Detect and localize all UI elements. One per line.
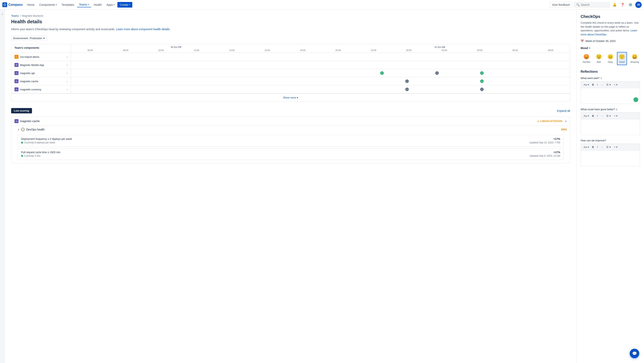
font-button[interactable]: Aa ▾ bbox=[582, 145, 590, 149]
list-button[interactable]: ☰ ▾ bbox=[605, 145, 612, 149]
bold-button[interactable]: B bbox=[591, 82, 595, 87]
create-button[interactable]: Create ▾ bbox=[118, 2, 132, 8]
status-dot-minus: − bbox=[405, 88, 409, 91]
app-layout: › Teams / Magnetic Backend Health detail… bbox=[0, 10, 644, 363]
logo[interactable]: Compass bbox=[2, 2, 23, 7]
table-row: m magnetic-api › ✓ − ✓ bbox=[11, 69, 570, 77]
avatar[interactable]: JD bbox=[635, 2, 642, 8]
bad-label: Bad bbox=[597, 61, 601, 63]
nav-teams[interactable]: Teams ▾ bbox=[77, 2, 91, 7]
editor-toolbar: Aa ▾ B I ··· ☰ ▾ + ▾ bbox=[581, 112, 640, 119]
component-row-mobile[interactable]: M Magnetic Mobile App › bbox=[11, 61, 71, 69]
show-more-button[interactable]: Show more ▾ bbox=[11, 94, 570, 102]
mood-amazing[interactable]: 😄 Amazing bbox=[628, 52, 641, 65]
search-input[interactable] bbox=[581, 3, 608, 6]
collapse-button[interactable]: ∨ bbox=[18, 128, 20, 131]
amazing-emoji: 😄 bbox=[632, 54, 638, 60]
status-dot-green bbox=[21, 155, 23, 157]
breadcrumb-teams[interactable]: Teams bbox=[11, 14, 19, 17]
expand-icon: › bbox=[67, 80, 68, 83]
editor-toolbar: Aa ▾ B I ··· ☰ ▾ + ▾ bbox=[581, 81, 640, 88]
chat-button[interactable]: 💬 bbox=[630, 349, 639, 358]
date-label-left: 30 Oct PM bbox=[171, 46, 181, 48]
mood-horrible[interactable]: 😡 Horrible bbox=[581, 52, 592, 65]
list-button[interactable]: ☰ ▾ bbox=[605, 82, 612, 87]
nav-components[interactable]: Components ▾ bbox=[37, 2, 58, 7]
font-button[interactable]: Aa ▾ bbox=[582, 82, 590, 87]
nav-health[interactable]: Health bbox=[92, 2, 104, 7]
timeline-header: Team's components 30 Oct PM 31 Oct AM 06… bbox=[11, 44, 570, 53]
more-button[interactable]: ··· bbox=[600, 145, 604, 149]
notifications-button[interactable]: 🔔 bbox=[612, 2, 618, 8]
reflection-went-well: What went well? ℹ Aa ▾ B I ··· ☰ ▾ + ▾ bbox=[581, 77, 640, 104]
health-section: ∨ ⚡ DevOps health 84% Deployment frequen… bbox=[11, 126, 570, 160]
component-row-currency[interactable]: m magnetic-currency › bbox=[11, 86, 71, 93]
bold-button[interactable]: B bbox=[591, 145, 595, 149]
add-button[interactable]: + ▾ bbox=[613, 145, 619, 149]
needs-attention-badge: ⚠ 1 NEEDS ATTENTION bbox=[537, 120, 562, 122]
search-box[interactable]: 🔍 bbox=[574, 2, 610, 7]
component-chart: − ✓ bbox=[71, 77, 570, 85]
health-score: 84% bbox=[561, 128, 567, 131]
mood-good[interactable]: 🙂 Good bbox=[617, 52, 627, 65]
sidebar-toggle[interactable]: › bbox=[0, 10, 5, 363]
font-button[interactable]: Aa ▾ bbox=[582, 114, 590, 118]
nav-templates[interactable]: Templates bbox=[60, 2, 76, 7]
component-card: m magnetic-cache ⚠ 1 NEEDS ATTENTION ∧ ∨ bbox=[11, 116, 570, 163]
breadcrumb-separator: / bbox=[20, 14, 21, 17]
italic-button[interactable]: I bbox=[596, 145, 599, 149]
chevron-down-icon: ▾ bbox=[114, 4, 114, 6]
main-content: Teams / Magnetic Backend Health details … bbox=[5, 10, 576, 363]
editor-area-went-well[interactable] bbox=[581, 88, 640, 104]
metric-meta: Currently 3 min bbox=[21, 154, 40, 157]
nav-apps[interactable]: Apps ▾ bbox=[104, 2, 116, 7]
reflections-title: Reflections bbox=[581, 70, 640, 74]
list-button[interactable]: ☰ ▾ bbox=[605, 114, 612, 118]
component-row-cache[interactable]: m magnetic-cache › bbox=[11, 77, 71, 85]
metric-title: Pull request cycle time ≤ 1920 min bbox=[21, 151, 60, 154]
mood-bad[interactable]: 😟 Bad bbox=[594, 52, 604, 65]
more-button[interactable]: ··· bbox=[600, 82, 604, 87]
component-name: magnetic-cache bbox=[20, 120, 40, 123]
reflection-question-improve: How can we improve? bbox=[581, 139, 640, 142]
timeline-section-title: Team's components bbox=[11, 44, 71, 52]
component-name: csv-import-demo bbox=[20, 56, 39, 58]
checkops-description: Complete this check-in every week as a t… bbox=[581, 21, 640, 36]
mood-label: Mood ℹ bbox=[581, 46, 640, 50]
bold-button[interactable]: B bbox=[591, 114, 595, 118]
component-name: Magnetic Mobile App bbox=[20, 64, 44, 66]
italic-button[interactable]: I bbox=[596, 114, 599, 118]
give-feedback-button[interactable]: Give feedback bbox=[550, 2, 573, 8]
reflection-gone-better: What could have gone better? ℹ Aa ▾ B I … bbox=[581, 108, 640, 135]
health-section-header[interactable]: ∨ ⚡ DevOps health 84% bbox=[11, 126, 570, 133]
metric-card: Deployment frequency ≥ 2 deploys per wee… bbox=[18, 135, 564, 146]
component-card-header[interactable]: m magnetic-cache ⚠ 1 NEEDS ATTENTION ∧ bbox=[11, 117, 570, 126]
reflection-improve: How can we improve? Aa ▾ B I ··· ☰ ▾ + ▾ bbox=[581, 139, 640, 166]
table-row: C csv-import-demo › bbox=[11, 53, 570, 61]
learn-more-link[interactable]: Learn more about component health detail… bbox=[116, 28, 170, 31]
settings-button[interactable]: ⚙️ bbox=[627, 2, 634, 8]
status-dot-green: ✓ bbox=[380, 71, 384, 75]
editor-area-improve[interactable] bbox=[581, 150, 640, 166]
component-row-csv[interactable]: C csv-import-demo › bbox=[11, 53, 71, 61]
add-button[interactable]: + ▾ bbox=[613, 114, 619, 118]
nav-home[interactable]: Home bbox=[25, 2, 36, 7]
help-button[interactable]: ❓ bbox=[619, 2, 626, 8]
metric-title: Deployment frequency ≥ 2 deploys per wee… bbox=[21, 138, 72, 140]
expand-icon: › bbox=[67, 56, 68, 58]
expand-all-button[interactable]: Expand all bbox=[557, 109, 570, 112]
status-dot-minus: − bbox=[480, 88, 484, 91]
environment-filter[interactable]: Environment: Production ▾ bbox=[11, 36, 47, 41]
okay-emoji: 😐 bbox=[608, 54, 614, 60]
mood-okay[interactable]: 😐 Okay bbox=[606, 52, 616, 65]
component-card-left: m magnetic-cache bbox=[14, 119, 40, 123]
breadcrumb-current: Magnetic Backend bbox=[22, 14, 43, 17]
component-name: magnetic-cache bbox=[20, 80, 38, 83]
italic-button[interactable]: I bbox=[596, 82, 599, 87]
low-scoring-header: Low scoring Expand all bbox=[11, 108, 570, 114]
health-section-title: ∨ ⚡ DevOps health bbox=[18, 128, 45, 131]
editor-area-gone-better[interactable] bbox=[581, 119, 640, 135]
component-row-api[interactable]: m magnetic-api › bbox=[11, 69, 71, 77]
more-button[interactable]: ··· bbox=[600, 114, 604, 118]
add-button[interactable]: + ▾ bbox=[613, 82, 619, 87]
